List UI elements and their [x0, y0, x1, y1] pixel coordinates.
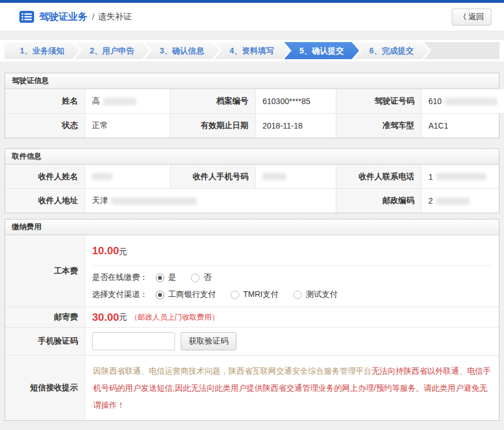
radio-option-no[interactable]: 否 — [191, 272, 211, 283]
license-number-label: 驾驶证号码 — [336, 89, 421, 113]
breadcrumb-current: 遗失补证 — [98, 11, 132, 22]
sms-notice-part1: 因陕西省联通、电信运营商技术问题，陕西省互联网交通安全综合服务管理平台 — [93, 366, 372, 375]
chevron-left-icon: 〈 — [459, 12, 466, 22]
pickup-row-2: 收件人地址 天津 邮政编码 2 — [5, 188, 499, 213]
recipient-mobile-value — [255, 165, 336, 188]
radio-checked-icon — [156, 291, 164, 299]
recipient-address-label: 收件人地址 — [5, 189, 85, 213]
recipient-phone-label: 收件人联系电话 — [336, 165, 421, 188]
radio-option-tmri-label: TMRI支付 — [243, 290, 278, 300]
radio-unchecked-icon — [231, 291, 239, 299]
cost-unit: 元 — [119, 247, 127, 256]
captcha-input[interactable] — [92, 332, 175, 350]
file-number-value: 610300****85 — [255, 89, 336, 113]
step-4-fill-data[interactable]: 4、资料填写 — [214, 42, 289, 59]
get-code-button[interactable]: 获取验证码 — [181, 332, 236, 350]
radio-unchecked-icon — [191, 274, 199, 282]
back-button-label: 返回 — [468, 12, 484, 22]
recipient-name-label: 收件人姓名 — [5, 165, 85, 188]
step-5-confirm-submit[interactable]: 5、确认提交 — [284, 42, 359, 59]
postal-code-label: 邮政编码 — [336, 189, 421, 213]
postage-row: 邮寄费 30.00元 （邮政人员上门收取费用） — [5, 307, 499, 327]
vehicle-class-label: 准驾车型 — [336, 114, 421, 138]
step-wizard: 1、业务须知 2、用户申告 3、确认信息 4、资料填写 5、确认提交 6、完成提… — [0, 40, 504, 61]
fees-panel: 缴纳费用 工本费 10.00元 是否在线缴费： 是 否 选择支付渠道： — [5, 219, 499, 421]
pickup-panel-title: 取件信息 — [5, 149, 499, 164]
postage-value: 30.00元 （邮政人员上门收取费用） — [85, 307, 499, 327]
radio-unchecked-icon — [293, 291, 302, 299]
file-number-label: 档案编号 — [170, 89, 255, 113]
pay-channel-question-row: 选择支付渠道： 工商银行支付 TMRI支付 测试支付 — [92, 290, 492, 300]
redacted-recipient-name — [92, 173, 113, 180]
step-6-finish-submit[interactable]: 6、完成提交 — [354, 42, 429, 59]
online-pay-question-row: 是否在线缴费： 是 否 — [92, 272, 492, 283]
fees-panel-title: 缴纳费用 — [5, 220, 499, 235]
status-label: 状态 — [5, 114, 85, 138]
redacted-name — [103, 98, 136, 105]
license-row-1: 姓名 高 档案编号 610300****85 驾驶证号码 610 — [5, 89, 499, 113]
radio-option-tmri[interactable]: TMRI支付 — [231, 290, 278, 300]
sms-notice-text: 因陕西省联通、电信运营商技术问题，陕西省互联网交通安全综合服务管理平台无法向持陕… — [85, 355, 499, 420]
name-label: 姓名 — [5, 89, 85, 113]
cost-row: 工本费 10.00元 是否在线缴费： 是 否 选择支付渠道： — [5, 235, 499, 307]
expiry-date-label: 有效期止日期 — [170, 114, 255, 138]
captcha-label: 手机验证码 — [5, 328, 85, 355]
postage-note: （邮政人员上门收取费用） — [131, 312, 219, 323]
cost-content: 10.00元 是否在线缴费： 是 否 选择支付渠道： 工商银行支付 — [85, 235, 499, 307]
page-header: 驾驶证业务 / 遗失补证 〈 返回 — [0, 3, 504, 31]
radio-option-test-label: 测试支付 — [306, 290, 338, 300]
redacted-recipient-mobile — [263, 173, 286, 180]
radio-option-yes[interactable]: 是 — [156, 272, 176, 283]
pay-channel-question: 选择支付渠道： — [92, 290, 148, 300]
captcha-row: 手机验证码 获取验证码 — [5, 327, 499, 355]
radio-option-yes-label: 是 — [168, 272, 176, 283]
captcha-field-area: 获取验证码 — [85, 328, 499, 355]
redacted-recipient-phone — [436, 173, 486, 180]
redacted-postal-code — [436, 197, 469, 205]
pickup-row-1: 收件人姓名 收件人手机号码 收件人联系电话 1 — [5, 164, 499, 188]
step-2-user-declaration[interactable]: 2、用户申告 — [74, 42, 149, 59]
breadcrumb-separator: / — [92, 12, 94, 22]
license-number-value: 610 — [421, 89, 504, 113]
radio-option-icbc-label: 工商银行支付 — [168, 290, 216, 300]
recipient-phone-value: 1 — [421, 165, 499, 188]
pickup-info-panel: 取件信息 收件人姓名 收件人手机号码 收件人联系电话 1 收件人地址 天津 邮政… — [5, 148, 499, 213]
recipient-address-value: 天津 — [85, 189, 336, 213]
step-1-business-notice[interactable]: 1、业务须知 — [5, 42, 80, 59]
recipient-mobile-label: 收件人手机号码 — [170, 165, 255, 188]
license-panel-title: 驾驶证信息 — [5, 73, 499, 89]
postage-unit: 元 — [119, 312, 127, 323]
radio-checked-icon — [156, 274, 164, 282]
radio-option-test[interactable]: 测试支付 — [293, 290, 338, 300]
vehicle-class-value: A1C1 — [421, 114, 499, 138]
radio-option-no-label: 否 — [203, 272, 211, 283]
postage-price: 30.00 — [92, 311, 119, 324]
status-value: 正常 — [85, 114, 170, 138]
cost-price-line: 10.00元 — [92, 242, 492, 266]
step-wizard-tail — [424, 42, 499, 59]
expiry-date-value: 2018-11-18 — [255, 114, 336, 138]
step-3-confirm-info[interactable]: 3、确认信息 — [144, 42, 219, 59]
recipient-name-value — [85, 165, 170, 188]
cost-label: 工本费 — [5, 235, 85, 307]
postage-label: 邮寄费 — [5, 307, 85, 327]
page-title: 驾驶证业务 — [39, 10, 88, 23]
name-value: 高 — [85, 89, 170, 113]
cost-price: 10.00 — [92, 245, 119, 257]
online-pay-question: 是否在线缴费： — [92, 272, 148, 283]
sms-notice-label: 短信接收提示 — [5, 355, 85, 420]
radio-option-icbc[interactable]: 工商银行支付 — [156, 290, 216, 300]
license-row-2: 状态 正常 有效期止日期 2018-11-18 准驾车型 A1C1 — [5, 113, 499, 138]
postal-code-value: 2 — [421, 189, 499, 213]
list-icon — [19, 11, 34, 23]
redacted-recipient-address — [111, 197, 197, 205]
license-info-panel: 驾驶证信息 姓名 高 档案编号 610300****85 驾驶证号码 610 状… — [5, 73, 499, 138]
back-button[interactable]: 〈 返回 — [452, 9, 491, 26]
sms-notice-row: 短信接收提示 因陕西省联通、电信运营商技术问题，陕西省互联网交通安全综合服务管理… — [5, 355, 499, 420]
redacted-license-number — [445, 98, 497, 105]
